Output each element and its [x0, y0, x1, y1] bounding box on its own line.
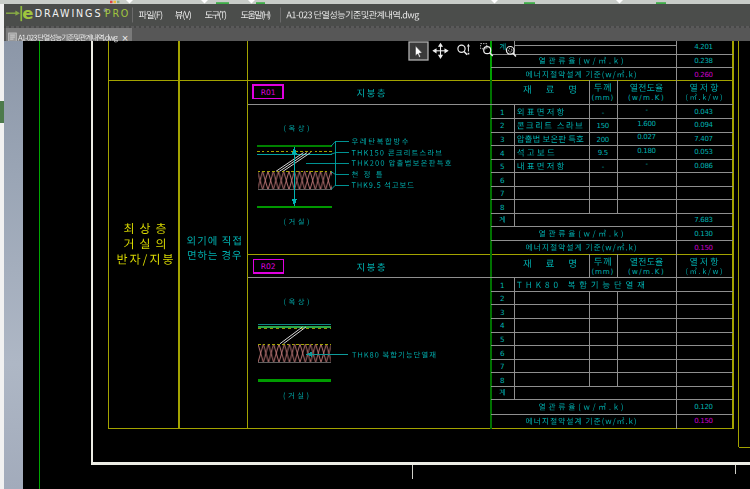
prev-std-value: 0.260 — [694, 71, 713, 79]
title-bar: e DRAWINGS ® PRO 파일(F) 뷰(V) 도구(T) 도움말(H)… — [4, 4, 750, 26]
cad-drawing — [40, 41, 750, 489]
r01-tag: R01 — [261, 88, 276, 97]
r01-row-conductivity: 0.180 — [637, 147, 656, 155]
r02-std-value: 0.150 — [694, 417, 713, 425]
r01-row-no: 1 — [500, 108, 505, 117]
r02-hdr-resistance: 열저항 — [690, 258, 718, 266]
r02-row-no: 2 — [500, 294, 505, 303]
menu-item-help[interactable]: 도움말(H) — [241, 11, 270, 20]
toolbar-zoom-tool[interactable] — [458, 44, 470, 55]
zone-text-line: 최상층 — [124, 223, 166, 234]
logo-pro: PRO — [105, 8, 130, 19]
r01-band-title: 지붕층 — [357, 89, 385, 98]
r02-sum-label: 계 — [499, 389, 505, 396]
r01-row-conductivity: - — [645, 160, 648, 168]
menu-item-label: 도구(T) — [205, 11, 226, 20]
document-tab[interactable]: A1-023 단열성능기준및관계내역.dwg × — [6, 28, 132, 41]
r02-row-no: 4 — [500, 321, 505, 330]
r01-hdr-thickness-unit: (mm) — [591, 93, 614, 102]
r01-hdr-resistance: 열저항 — [690, 84, 718, 92]
menu-item-view[interactable]: 뷰(V) — [175, 11, 191, 20]
r01-row-no: 8 — [500, 203, 505, 212]
r02-layer-label: THK80 복합기능단열재 — [352, 351, 435, 358]
r01-row-conductivity: 0.027 — [637, 133, 656, 141]
r01-row-thickness: 200 — [597, 136, 609, 144]
r01-row-no: 3 — [500, 135, 505, 144]
r02-std-label: 에너지절약설계 기준(w/㎡.k) — [526, 417, 636, 425]
r02-row-no: 3 — [500, 308, 505, 317]
window-title-text: A1-023 단열성능기준및관계내역.dwg — [286, 11, 419, 21]
toolbar-pan-tool[interactable] — [433, 44, 447, 58]
r01-row-name: 석고보드 — [517, 149, 554, 157]
r01-row-name: 외표면저항 — [517, 108, 564, 116]
r01-layer-label: 천정틀 — [352, 171, 382, 178]
tab-label: A1-023 단열성능기준및관계내역.dwg — [18, 34, 118, 42]
r01-std-value: 0.150 — [694, 244, 713, 252]
r02-hdr-thickness-unit: (mm) — [591, 267, 614, 276]
logo-name: DRAWINGS — [35, 8, 103, 19]
r01-row-no: 5 — [500, 162, 505, 171]
menu-bar: 파일(F) 뷰(V) 도구(T) 도움말(H) — [139, 11, 270, 20]
logo-arrow-icon — [15, 11, 20, 16]
r01-hdr-conductivity-unit: (w/m.K) — [628, 93, 665, 102]
prev-u-value: 0.238 — [694, 57, 713, 65]
prev-sum-value: 4.201 — [694, 43, 713, 51]
r01-row-name: 콘크리트 스라브 — [517, 122, 582, 130]
drawing-canvas[interactable]: 계 4.201 열관류율(w/㎡.k) 0.238 에너지절약설계 기준(w/㎡… — [0, 0, 750, 489]
tab-close-icon[interactable]: × — [121, 33, 128, 43]
r01-row-resistance: 0.086 — [694, 162, 713, 170]
r01-hdr-thickness: 두께 — [594, 83, 611, 91]
r02-row-no: 1 — [500, 281, 505, 290]
r01-u-value: 0.130 — [694, 230, 713, 238]
r02-u-value: 0.120 — [694, 403, 713, 411]
r01-row-thickness: 9.5 — [598, 149, 608, 157]
r01-row-name: 내표면저항 — [518, 162, 565, 170]
r02-hdr-resistance-unit: (㎡.k/w) — [686, 268, 722, 276]
r01-sketch-bottom-label: (거실) — [284, 218, 309, 225]
cad-texts: 계 4.201 열관류율(w/㎡.k) 0.238 에너지절약설계 기준(w/㎡… — [118, 43, 722, 426]
r01-row-no: 4 — [500, 149, 505, 158]
r01-layer-label: THK150 콘크리트스라브 — [352, 149, 442, 156]
r02-sketch-top-label: (옥상) — [284, 298, 309, 305]
window-title: A1-023 단열성능기준및관계내역.dwg — [286, 11, 419, 21]
r01-row-no: 6 — [500, 176, 505, 185]
r01-row-thickness: - — [602, 163, 605, 171]
r01-std-label: 에너지절약설계 기준(w/㎡.k) — [526, 243, 636, 251]
zone-text-line: 거실의 — [124, 238, 165, 249]
r01-row-thickness: - — [602, 109, 605, 117]
menu-item-label: 파일(F) — [139, 11, 162, 20]
r02-tag: R02 — [261, 262, 276, 271]
r01-roof-line — [257, 145, 332, 147]
r01-layer-label: THK9.5 석고보드 — [352, 182, 414, 189]
r01-row-resistance: 7.407 — [694, 135, 713, 143]
r02-hdr-conductivity: 열전도율 — [630, 258, 662, 266]
prev-std-label: 에너지절약설계 기준(w/㎡.k) — [526, 70, 636, 78]
floating-toolbar — [409, 42, 516, 60]
r01-row-name: 압출법 보온판 특호 — [517, 135, 583, 143]
menu-item-label: 뷰(V) — [175, 11, 191, 20]
zone-text-line: 반자/지붕 — [118, 254, 173, 266]
r02-row-no: 5 — [500, 335, 505, 344]
menu-item-tools[interactable]: 도구(T) — [205, 11, 226, 20]
r02-hdr-conductivity-unit: (w/m.K) — [628, 267, 665, 276]
prev-u-label: 열관류율(w/㎡.k) — [539, 57, 623, 65]
menu-item-file[interactable]: 파일(F) — [139, 11, 162, 20]
r01-sum-label: 계 — [499, 216, 505, 223]
prev-sum-label: 계 — [500, 43, 506, 50]
r02-hdr-thickness: 두께 — [594, 257, 611, 265]
document-tab-bar: A1-023 단열성능기준및관계내역.dwg × — [4, 28, 750, 41]
r01-layer-label: THK200 압출법보온판특호 — [352, 160, 451, 167]
menu-item-label: 도움말(H) — [241, 11, 270, 20]
r01-layer-label: 우레탄복합방수 — [352, 138, 408, 145]
r02-row-no: 6 — [500, 349, 505, 358]
r01-row-resistance: 0.094 — [694, 121, 713, 129]
r01-row-conductivity: - — [645, 106, 648, 114]
r01-row-no: 7 — [500, 189, 505, 198]
r01-ceiling-line — [257, 206, 332, 208]
r02-ceiling-line — [258, 379, 331, 382]
r02-hdr-material: 재 료 명 — [523, 259, 575, 267]
toolbar-select-tool[interactable] — [409, 42, 428, 60]
r01-hdr-resistance-unit: (㎡.k/w) — [686, 94, 722, 102]
r01-row-resistance: 0.053 — [694, 148, 713, 156]
r01-sketch-top-label: (옥상) — [284, 125, 309, 132]
